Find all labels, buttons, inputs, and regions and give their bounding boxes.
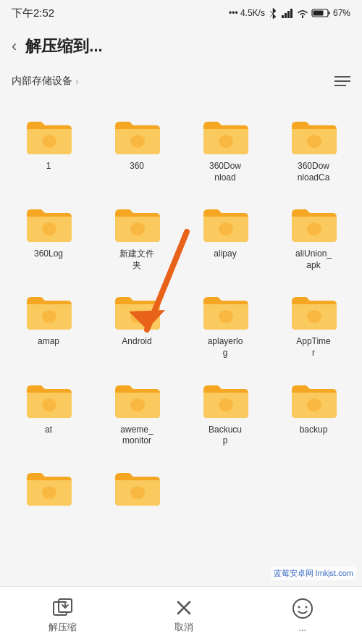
svg-point-7 <box>42 135 56 148</box>
svg-point-9 <box>219 135 233 148</box>
folder-item[interactable]: aplayerlog <box>182 280 268 364</box>
folder-icon <box>111 113 162 156</box>
folder-item[interactable]: 360DownloadCa <box>271 104 356 189</box>
svg-point-11 <box>42 222 56 235</box>
folder-item[interactable]: at <box>6 368 91 453</box>
svg-point-21 <box>219 398 233 411</box>
folder-item[interactable]: 360Download <box>182 104 268 189</box>
svg-point-20 <box>130 398 145 411</box>
folder-icon <box>200 288 251 332</box>
folder-name: 360 <box>130 161 144 172</box>
folder-item[interactable]: aweme_monitor <box>94 368 180 453</box>
svg-point-22 <box>307 398 321 411</box>
watermark: 蓝莓安卓网 lmkjst.com <box>271 566 356 580</box>
folder-item[interactable] <box>6 456 91 518</box>
svg-point-19 <box>42 398 56 411</box>
cancel-action[interactable]: 取消 <box>174 598 194 634</box>
folder-item[interactable]: aliUnion_apk <box>271 192 356 277</box>
svg-point-13 <box>219 222 233 235</box>
folder-name: Android <box>122 336 151 348</box>
folder-icon <box>288 113 339 156</box>
cancel-icon <box>174 598 194 618</box>
wifi-icon <box>297 8 308 18</box>
extract-icon <box>52 598 74 618</box>
folder-name: 360Download <box>209 161 241 183</box>
breadcrumb[interactable]: 内部存储设备 › <box>12 75 79 88</box>
folder-name: 1 <box>46 161 51 172</box>
folder-name: aweme_monitor <box>120 425 153 447</box>
battery-percent: 67% <box>333 8 350 18</box>
svg-point-34 <box>298 606 300 609</box>
folder-name: 360DownloadCa <box>298 161 330 183</box>
svg-point-18 <box>307 310 321 323</box>
folder-name: Backucup <box>209 425 242 447</box>
folder-item[interactable]: backup <box>271 368 356 453</box>
folder-icon <box>111 464 162 508</box>
folder-name: alipay <box>214 248 236 260</box>
bottom-bar: 解压缩 取消 ... <box>0 586 362 644</box>
more-label: ... <box>298 622 306 633</box>
svg-point-33 <box>293 599 312 618</box>
folder-item[interactable] <box>94 456 180 518</box>
header: ‹ 解压缩到... <box>0 26 362 67</box>
svg-point-10 <box>307 135 321 148</box>
svg-rect-6 <box>313 11 323 16</box>
svg-point-14 <box>307 222 321 235</box>
folder-name: aliUnion_apk <box>295 248 332 271</box>
new-folder-item[interactable]: 新建文件夹 <box>94 192 180 277</box>
cancel-label: 取消 <box>174 621 193 634</box>
folder-item[interactable]: Backucup <box>182 368 268 453</box>
folder-name: aplayerlog <box>208 336 243 359</box>
back-button[interactable]: ‹ <box>12 37 17 56</box>
folder-icon <box>23 288 74 332</box>
status-icons: ••• 4.5K/s 67% <box>229 7 350 19</box>
folder-item[interactable]: alipay <box>182 192 268 277</box>
folder-icon <box>288 377 339 420</box>
svg-point-35 <box>305 606 307 609</box>
page-title: 解压缩到... <box>25 35 102 57</box>
extract-label: 解压缩 <box>49 621 77 634</box>
extract-action[interactable]: 解压缩 <box>49 598 77 634</box>
folder-name: 360Log <box>34 248 63 260</box>
battery-icon <box>311 8 330 18</box>
folder-icon <box>288 288 339 332</box>
folder-icon <box>23 377 74 420</box>
folder-item[interactable]: 1 <box>6 104 91 189</box>
folder-icon <box>200 113 251 156</box>
folder-icon <box>23 113 74 156</box>
menu-icon[interactable] <box>334 76 350 86</box>
svg-point-24 <box>130 486 145 499</box>
folder-name: AppTimer <box>296 336 331 359</box>
more-action[interactable]: ... <box>292 598 313 633</box>
folder-icon <box>200 201 251 244</box>
file-grid: 1 360 360Download <box>0 96 362 527</box>
folder-icon <box>23 201 74 244</box>
status-time: 下午2:52 <box>12 7 54 20</box>
signal-icon <box>281 8 294 18</box>
folder-name: backup <box>300 425 328 436</box>
network-speed: ••• 4.5K/s <box>229 8 265 18</box>
bluetooth-icon <box>268 7 278 19</box>
svg-point-12 <box>130 222 145 235</box>
svg-point-8 <box>130 135 145 148</box>
folder-item[interactable]: 360Log <box>6 192 91 277</box>
svg-point-15 <box>42 310 56 323</box>
folder-icon <box>111 377 162 420</box>
folder-icon <box>111 201 162 244</box>
svg-point-17 <box>219 310 233 323</box>
svg-rect-2 <box>287 11 290 18</box>
folder-icon <box>23 464 74 508</box>
breadcrumb-chevron: › <box>75 75 79 87</box>
folder-icon <box>111 288 162 332</box>
folder-name: at <box>45 425 52 436</box>
svg-point-16 <box>130 310 145 323</box>
status-bar: 下午2:52 ••• 4.5K/s 67% <box>0 0 362 26</box>
breadcrumb-bar: 内部存储设备 › <box>0 67 362 96</box>
folder-item[interactable]: Android <box>94 280 180 364</box>
folder-item[interactable]: AppTimer <box>271 280 356 364</box>
svg-rect-3 <box>290 9 292 18</box>
folder-item[interactable]: 360 <box>94 104 180 189</box>
svg-rect-0 <box>282 15 284 18</box>
folder-name: amap <box>38 336 59 348</box>
folder-item[interactable]: amap <box>6 280 91 364</box>
